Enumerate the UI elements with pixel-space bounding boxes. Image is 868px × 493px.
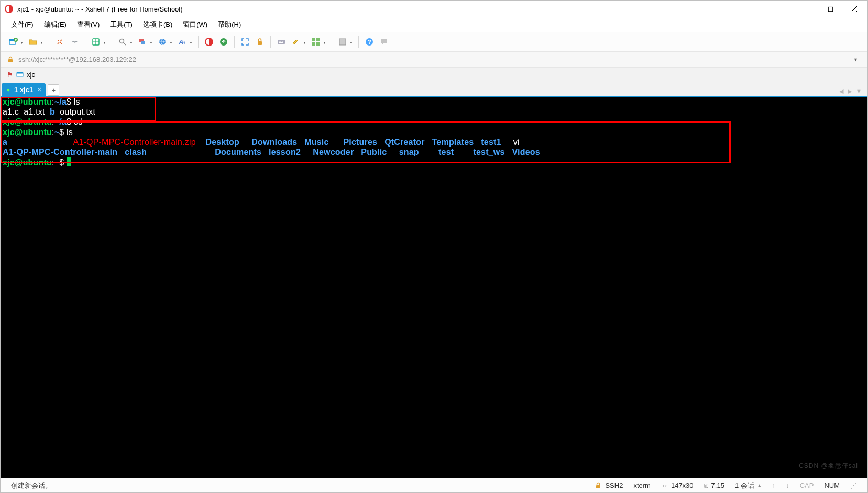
menu-file[interactable]: 文件(F) <box>7 18 38 31</box>
layout-button[interactable]: ▼ <box>310 36 322 48</box>
tab-scroll-left[interactable]: ◀ <box>838 87 845 96</box>
terminal-pane[interactable]: xjc@ubuntu:~/a$ lsa1.c a1.txt b output.t… <box>1 96 867 478</box>
menu-tools[interactable]: 工具(T) <box>106 18 137 31</box>
properties-button[interactable]: ▼ <box>90 36 102 48</box>
svg-rect-25 <box>279 42 283 43</box>
new-tab-button[interactable]: + <box>48 84 59 96</box>
svg-rect-28 <box>312 42 315 46</box>
svg-rect-2 <box>828 7 832 11</box>
disconnect-button[interactable] <box>53 36 66 48</box>
title-bar: xjc1 - xjc@ubuntu: ~ - Xshell 7 (Free fo… <box>1 1 867 17</box>
find-button[interactable]: ▼ <box>116 36 129 48</box>
svg-rect-29 <box>316 42 320 46</box>
toolbar-separator <box>198 36 199 48</box>
pin-icon[interactable]: ⚑ <box>7 71 13 79</box>
toolbar-separator <box>85 36 85 48</box>
svg-text:?: ? <box>368 39 371 45</box>
toolbar: ▼ ▼ ▼ ▼ ▼ ▼ AA▼ ▼ ▼ ▼ ? <box>1 32 867 52</box>
open-session-button[interactable]: ▼ <box>27 36 39 48</box>
lock-icon <box>595 482 602 489</box>
window-controls <box>794 1 866 17</box>
session-name[interactable]: xjc <box>27 71 35 79</box>
xftp-button[interactable] <box>217 36 230 48</box>
watermark: CSDN @象悉仔sai <box>799 462 858 470</box>
svg-rect-23 <box>280 41 281 42</box>
svg-rect-35 <box>17 72 23 74</box>
tab-status-dot: ● <box>7 87 10 93</box>
svg-rect-24 <box>282 41 283 42</box>
address-url: ssh://xjc:*********@192.168.203.129:22 <box>18 55 136 63</box>
app-icon <box>5 5 13 13</box>
close-button[interactable] <box>842 1 866 17</box>
tab-scroll-right[interactable]: ▶ <box>846 87 853 96</box>
status-sessions: 1 会话▲ <box>730 478 767 492</box>
session-icon <box>16 71 24 79</box>
status-pos: ⎚7,15 <box>699 478 730 492</box>
status-resize-grip[interactable]: ⋰ <box>845 478 862 492</box>
address-dropdown[interactable]: ▼ <box>850 55 861 64</box>
menu-help[interactable]: 帮助(H) <box>214 18 245 31</box>
svg-point-11 <box>120 39 124 43</box>
tab-label: 1 xjc1 <box>14 86 33 94</box>
session-browser-row: ⚑ xjc <box>1 68 867 82</box>
maximize-button[interactable] <box>818 1 842 17</box>
status-down-arrow: ↓ <box>781 478 795 492</box>
svg-rect-36 <box>596 485 600 488</box>
svg-rect-30 <box>339 39 346 45</box>
svg-rect-21 <box>278 40 285 44</box>
lock-button[interactable] <box>254 36 266 48</box>
lock-icon <box>7 56 14 63</box>
status-term-type: xterm <box>628 478 656 492</box>
svg-rect-26 <box>312 38 315 41</box>
toolbar-separator <box>332 36 332 48</box>
reconnect-button[interactable] <box>68 36 81 48</box>
status-bar: 创建新会话。 SSH2 xterm ↔147x30 ⎚7,15 1 会话▲ ↑ … <box>1 478 867 492</box>
tab-list-dropdown[interactable]: ▼ <box>854 87 863 96</box>
status-num: NUM <box>819 478 845 492</box>
toolbar-separator <box>270 36 271 48</box>
status-size: ↔147x30 <box>656 478 699 492</box>
globe-button[interactable]: ▼ <box>156 36 169 48</box>
toolbar-separator <box>49 36 49 48</box>
tab-strip: ● 1 xjc1 × + ◀ ▶ ▼ <box>1 82 867 96</box>
new-session-button[interactable]: ▼ <box>7 36 19 48</box>
svg-rect-20 <box>258 41 262 45</box>
keyboard-button[interactable] <box>275 36 288 48</box>
xshell-button[interactable] <box>203 36 215 48</box>
toolbar-separator <box>234 36 235 48</box>
status-up-arrow: ↑ <box>767 478 781 492</box>
script-button[interactable]: ▼ <box>336 36 349 48</box>
svg-rect-33 <box>8 59 13 62</box>
menu-bar: 文件(F) 编辑(E) 查看(V) 工具(T) 选项卡(B) 窗口(W) 帮助(… <box>1 17 867 32</box>
terminal-output: xjc@ubuntu:~/a$ lsa1.c a1.txt b output.t… <box>1 97 867 167</box>
tab-scroll-arrows: ◀ ▶ ▼ <box>838 87 866 96</box>
toolbar-separator <box>358 36 359 48</box>
font-button[interactable]: AA▼ <box>176 36 189 48</box>
status-left: 创建新会话。 <box>6 478 57 492</box>
svg-rect-14 <box>141 41 145 44</box>
app-window: xjc1 - xjc@ubuntu: ~ - Xshell 7 (Free fo… <box>0 0 868 493</box>
chat-button[interactable] <box>378 36 390 48</box>
fullscreen-button[interactable] <box>239 36 251 48</box>
status-ssh: SSH2 <box>589 478 628 492</box>
tab-active[interactable]: ● 1 xjc1 × <box>2 83 46 96</box>
svg-rect-22 <box>279 41 280 42</box>
status-caps: CAP <box>795 478 819 492</box>
menu-view[interactable]: 查看(V) <box>73 18 104 31</box>
toolbar-separator <box>112 36 112 48</box>
tab-close-button[interactable]: × <box>37 85 41 94</box>
svg-text:A: A <box>182 40 185 46</box>
menu-window[interactable]: 窗口(W) <box>179 18 212 31</box>
menu-edit[interactable]: 编辑(E) <box>40 18 71 31</box>
svg-line-12 <box>124 43 126 45</box>
highlight-button[interactable]: ▼ <box>290 36 302 48</box>
window-title: xjc1 - xjc@ubuntu: ~ - Xshell 7 (Free fo… <box>17 5 794 13</box>
menu-tabs[interactable]: 选项卡(B) <box>139 18 177 31</box>
copy-button[interactable]: ▼ <box>136 36 149 48</box>
minimize-button[interactable] <box>794 1 818 17</box>
address-bar[interactable]: ssh://xjc:*********@192.168.203.129:22 ▼ <box>1 52 867 68</box>
svg-rect-27 <box>316 38 320 41</box>
help-button[interactable]: ? <box>363 36 376 48</box>
